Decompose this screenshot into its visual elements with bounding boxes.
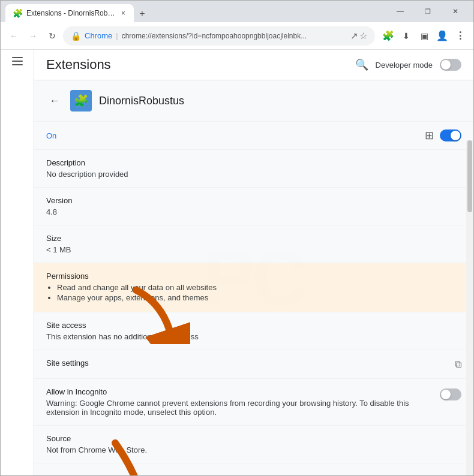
developer-mode-label: Developer mode (376, 61, 433, 70)
hamburger-line (12, 61, 23, 62)
extension-name: DinornisRobustus (99, 95, 184, 107)
extension-detail-header: ← 🧩 DinornisRobustus (34, 80, 473, 122)
site-settings-row[interactable]: Site settings ⧉ (34, 350, 473, 379)
source-label: Source (46, 434, 461, 443)
extensions-icon[interactable]: 🧩 (380, 28, 397, 44)
hamburger-line (12, 57, 23, 58)
profile-icon[interactable]: 👤 (434, 28, 451, 44)
permissions-value: Read and change all your data on all web… (46, 283, 461, 302)
size-row: Size < 1 MB (34, 225, 473, 263)
permissions-row: Permissions Read and change all your dat… (34, 263, 473, 312)
main-content: Extensions 🔍 Developer mode ← (34, 50, 473, 475)
restore-button[interactable]: ❐ (415, 2, 441, 21)
back-to-extensions-button[interactable]: ← (46, 92, 63, 109)
tab-extension-icon: 🧩 (13, 8, 23, 18)
version-value: 4.8 (46, 207, 461, 216)
permission-item-1: Read and change all your data on all web… (57, 283, 461, 292)
search-icon[interactable]: 🔍 (355, 58, 368, 71)
address-bar[interactable]: 🔒 Chrome | chrome://extensions/?id=ncfom… (63, 26, 375, 46)
omnibox-actions: ↗ ☆ (350, 31, 367, 41)
sidebar-icon[interactable]: ▣ (416, 28, 433, 44)
extensions-page: Extensions 🔍 Developer mode ← (1, 50, 473, 475)
size-value: < 1 MB (46, 245, 461, 254)
browser-window: 🧩 Extensions - DinornisRobustus × + — ❐ … (0, 0, 474, 476)
row-actions: ⊞ (425, 129, 461, 142)
menu-button[interactable]: ⋮ (452, 28, 469, 44)
grid-view-icon[interactable]: ⊞ (425, 129, 434, 142)
description-label: Description (46, 158, 461, 167)
site-settings-label: Site settings (46, 358, 89, 367)
scrollbar-track[interactable] (466, 140, 473, 475)
scrollbar-thumb[interactable] (467, 140, 472, 212)
close-button[interactable]: ✕ (442, 2, 469, 21)
size-label: Size (46, 234, 461, 243)
sidebar (1, 50, 34, 475)
new-tab-button[interactable]: + (134, 5, 151, 22)
share-icon[interactable]: ↗ (350, 31, 358, 41)
download-icon[interactable]: ⬇ (398, 28, 415, 44)
tab-title: Extensions - DinornisRobustus (26, 9, 116, 17)
site-label: Chrome (85, 31, 112, 40)
permissions-label: Permissions (46, 272, 461, 281)
extension-puzzle-icon: 🧩 (74, 94, 89, 108)
forward-button[interactable]: → (25, 28, 41, 44)
incognito-toggle[interactable] (440, 388, 461, 400)
title-area: Extensions (46, 57, 111, 73)
minimize-button[interactable]: — (387, 2, 413, 21)
permission-item-2: Manage your apps, extensions, and themes (57, 293, 461, 302)
extensions-title: Extensions (46, 57, 111, 73)
toggle-knob (441, 60, 451, 70)
source-value: Not from Chrome Web Store. (46, 445, 461, 454)
active-tab[interactable]: 🧩 Extensions - DinornisRobustus × (5, 4, 134, 22)
window-controls: — ❐ ✕ (387, 2, 469, 21)
detail-panel: ← 🧩 DinornisRobustus On ⊞ (34, 80, 473, 475)
toggle-knob (451, 131, 460, 140)
tab-area: 🧩 Extensions - DinornisRobustus × + (5, 1, 385, 22)
extension-enabled-toggle[interactable] (440, 129, 461, 141)
sidebar-toggle[interactable] (10, 55, 25, 68)
site-access-value: This extension has no additional site ac… (46, 332, 461, 341)
external-link-icon: ⧉ (455, 359, 461, 370)
site-access-label: Site access (46, 321, 461, 330)
toolbar: 🧩 ⬇ ▣ 👤 ⋮ (380, 28, 469, 44)
titlebar: 🧩 Extensions - DinornisRobustus × + — ❐ … (1, 1, 473, 22)
incognito-text: Allow in Incognito Warning: Google Chrom… (46, 387, 433, 417)
enabled-label: On (46, 131, 56, 140)
description-row: Description No description provided (34, 150, 473, 188)
back-button[interactable]: ← (5, 28, 22, 44)
panel-wrapper: ← 🧩 DinornisRobustus On ⊞ (34, 80, 473, 475)
incognito-row: Allow in Incognito Warning: Google Chrom… (34, 379, 473, 426)
reload-button[interactable]: ↻ (44, 28, 61, 44)
extension-icon: 🧩 (70, 90, 92, 112)
incognito-label: Allow in Incognito (46, 387, 433, 396)
scroll-content: ← 🧩 DinornisRobustus On ⊞ (34, 80, 473, 463)
incognito-warning: Warning: Google Chrome cannot prevent ex… (46, 399, 433, 417)
source-row: Source Not from Chrome Web Store. (34, 426, 473, 463)
bookmark-icon[interactable]: ☆ (359, 31, 367, 41)
version-label: Version (46, 196, 461, 205)
url-separator: | (116, 31, 118, 40)
security-icon: 🔒 (71, 31, 81, 41)
tab-close-button[interactable]: × (120, 9, 127, 17)
url-text: chrome://extensions/?id=ncfompoahoopngbb… (122, 32, 347, 40)
description-value: No description provided (46, 170, 461, 179)
developer-mode-toggle[interactable] (440, 59, 461, 71)
site-access-row: Site access This extension has no additi… (34, 312, 473, 350)
addressbar: ← → ↻ 🔒 Chrome | chrome://extensions/?id… (1, 22, 473, 50)
header-actions: 🔍 Developer mode (355, 58, 461, 71)
extensions-header: Extensions 🔍 Developer mode (34, 50, 473, 80)
hamburger-line (12, 64, 23, 65)
toggle-knob (441, 390, 451, 399)
version-row: Version 4.8 (34, 188, 473, 225)
on-off-row: On ⊞ (34, 122, 473, 150)
